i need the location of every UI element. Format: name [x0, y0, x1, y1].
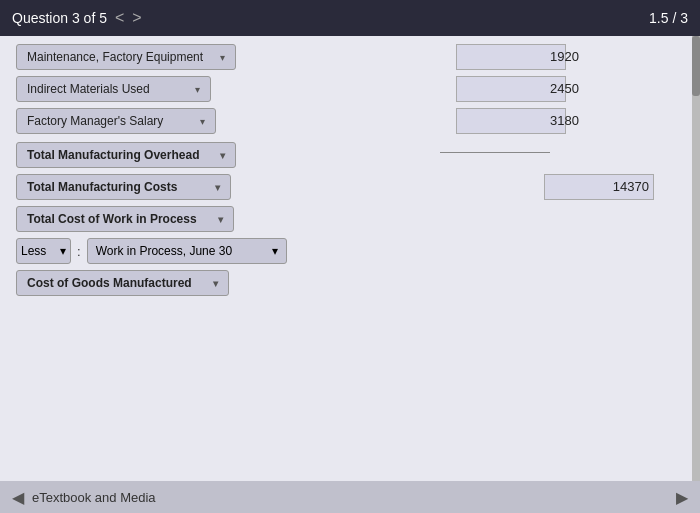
row-indirect: Indirect Materials Used ▾ 2450: [16, 76, 684, 102]
total-mfg-overhead-label: Total Manufacturing Overhead: [27, 148, 199, 162]
prev-arrow[interactable]: <: [115, 9, 124, 27]
total-mfg-costs-dropdown[interactable]: Total Manufacturing Costs ▾: [16, 174, 231, 200]
factory-manager-dropdown[interactable]: Factory Manager's Salary ▾: [16, 108, 216, 134]
work-in-process-chevron: ▾: [272, 244, 278, 258]
question-label: Question 3 of 5: [12, 10, 107, 26]
top-bar: Question 3 of 5 < > 1.5 / 3: [0, 0, 700, 36]
total-mfg-overhead-dropdown[interactable]: Total Manufacturing Overhead ▾: [16, 142, 236, 168]
total-cost-wip-chevron: ▾: [218, 214, 223, 225]
scrollbar-thumb[interactable]: [692, 36, 700, 96]
less-chevron: ▾: [60, 244, 66, 258]
total-cost-wip-dropdown[interactable]: Total Cost of Work in Process ▾: [16, 206, 234, 232]
row-factory-manager: Factory Manager's Salary ▾ 3180: [16, 108, 684, 134]
work-in-process-dropdown[interactable]: Work in Process, June 30 ▾: [87, 238, 287, 264]
main-content: Maintenance, Factory Equipment ▾ 1920 In…: [0, 36, 700, 496]
total-mfg-costs-chevron: ▾: [215, 182, 220, 193]
row-cost-goods-mfg: Cost of Goods Manufactured ▾: [16, 270, 684, 296]
maintenance-label: Maintenance, Factory Equipment: [27, 50, 203, 64]
indirect-value: 2450: [550, 81, 579, 96]
total-mfg-costs-value: 14370: [613, 179, 649, 194]
bottom-right-arrow[interactable]: ▶: [676, 488, 688, 507]
bottom-label: eTextbook and Media: [32, 490, 156, 505]
row-maintenance: Maintenance, Factory Equipment ▾ 1920: [16, 44, 684, 70]
less-dropdown[interactable]: Less ▾: [16, 238, 71, 264]
maintenance-value: 1920: [550, 49, 579, 64]
scrollbar-right[interactable]: [692, 36, 700, 481]
factory-manager-chevron: ▾: [200, 116, 205, 127]
question-nav: Question 3 of 5 < >: [12, 9, 142, 27]
indirect-chevron: ▾: [195, 84, 200, 95]
work-in-process-label: Work in Process, June 30: [96, 244, 233, 258]
less-label: Less: [21, 244, 46, 258]
total-mfg-costs-label: Total Manufacturing Costs: [27, 180, 177, 194]
cost-goods-mfg-chevron: ▾: [213, 278, 218, 289]
cost-goods-mfg-label: Cost of Goods Manufactured: [27, 276, 192, 290]
total-cost-wip-label: Total Cost of Work in Process: [27, 212, 197, 226]
maintenance-chevron: ▾: [220, 52, 225, 63]
row-total-mfg-overhead: Total Manufacturing Overhead ▾: [16, 142, 684, 168]
maintenance-dropdown[interactable]: Maintenance, Factory Equipment ▾: [16, 44, 236, 70]
score-display: 1.5 / 3: [649, 10, 688, 26]
factory-manager-label: Factory Manager's Salary: [27, 114, 163, 128]
row-total-cost-wip: Total Cost of Work in Process ▾: [16, 206, 684, 232]
row-total-mfg-costs: Total Manufacturing Costs ▾ 14370: [16, 174, 684, 200]
bottom-bar: ◀ eTextbook and Media ▶: [0, 481, 700, 513]
factory-manager-value: 3180: [550, 113, 579, 128]
bottom-left-arrow[interactable]: ◀: [12, 488, 24, 507]
cost-goods-mfg-dropdown[interactable]: Cost of Goods Manufactured ▾: [16, 270, 229, 296]
colon-separator: :: [77, 244, 81, 259]
next-arrow[interactable]: >: [132, 9, 141, 27]
indirect-label: Indirect Materials Used: [27, 82, 150, 96]
total-mfg-overhead-chevron: ▾: [220, 150, 225, 161]
row-less: Less ▾ : Work in Process, June 30 ▾: [16, 238, 684, 264]
indirect-dropdown[interactable]: Indirect Materials Used ▾: [16, 76, 211, 102]
